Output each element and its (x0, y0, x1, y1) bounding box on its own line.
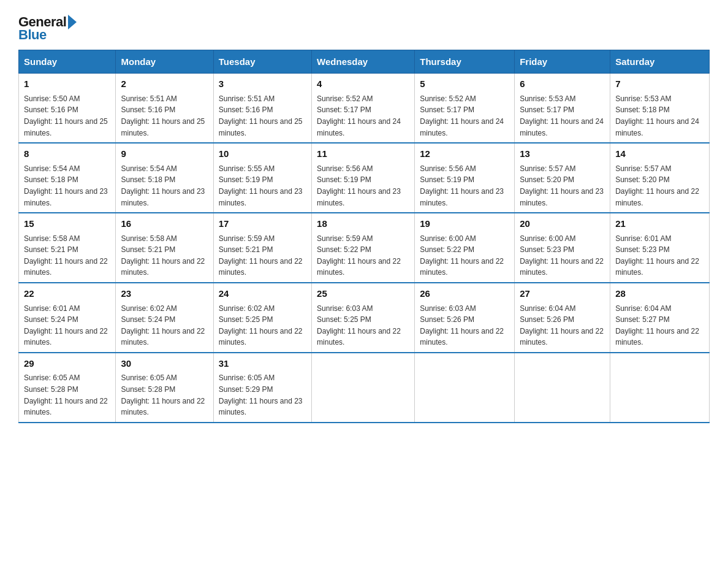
day-number: 4 (317, 77, 409, 91)
logo-blue-text: Blue (18, 27, 47, 42)
calendar-cell: 5Sunrise: 5:52 AMSunset: 5:17 PMDaylight… (415, 74, 515, 143)
day-number: 9 (121, 147, 208, 161)
day-number: 29 (24, 357, 110, 371)
calendar-cell: 4Sunrise: 5:52 AMSunset: 5:17 PMDaylight… (312, 74, 415, 143)
calendar-cell: 20Sunrise: 6:00 AMSunset: 5:23 PMDayligh… (515, 213, 610, 283)
day-info: Sunrise: 6:05 AMSunset: 5:29 PMDaylight:… (219, 372, 306, 418)
day-number: 11 (317, 147, 409, 161)
calendar-cell: 13Sunrise: 5:57 AMSunset: 5:20 PMDayligh… (515, 143, 610, 213)
calendar-table: SundayMondayTuesdayWednesdayThursdayFrid… (18, 50, 710, 423)
calendar-cell: 28Sunrise: 6:04 AMSunset: 5:27 PMDayligh… (610, 283, 710, 353)
calendar-cell: 9Sunrise: 5:54 AMSunset: 5:18 PMDaylight… (116, 143, 213, 213)
day-info: Sunrise: 5:51 AMSunset: 5:16 PMDaylight:… (219, 93, 306, 139)
calendar-cell: 15Sunrise: 5:58 AMSunset: 5:21 PMDayligh… (19, 213, 116, 283)
header-tuesday: Tuesday (213, 50, 311, 74)
day-info: Sunrise: 6:02 AMSunset: 5:25 PMDaylight:… (219, 303, 306, 348)
day-info: Sunrise: 6:02 AMSunset: 5:24 PMDaylight:… (121, 303, 208, 348)
day-info: Sunrise: 5:52 AMSunset: 5:17 PMDaylight:… (420, 93, 509, 139)
calendar-cell: 31Sunrise: 6:05 AMSunset: 5:29 PMDayligh… (213, 353, 311, 423)
calendar-cell: 1Sunrise: 5:50 AMSunset: 5:16 PMDaylight… (19, 74, 116, 143)
day-info: Sunrise: 6:01 AMSunset: 5:24 PMDaylight:… (24, 303, 110, 348)
day-info: Sunrise: 5:53 AMSunset: 5:18 PMDaylight:… (615, 93, 704, 139)
day-number: 3 (219, 77, 306, 91)
calendar-cell: 27Sunrise: 6:04 AMSunset: 5:26 PMDayligh… (515, 283, 610, 353)
day-number: 27 (520, 287, 605, 301)
day-info: Sunrise: 5:59 AMSunset: 5:21 PMDaylight:… (219, 233, 306, 278)
day-info: Sunrise: 5:54 AMSunset: 5:18 PMDaylight:… (121, 163, 208, 209)
logo: General Blue (18, 15, 78, 42)
day-number: 23 (121, 287, 208, 301)
day-info: Sunrise: 5:51 AMSunset: 5:16 PMDaylight:… (121, 93, 208, 139)
calendar-cell: 21Sunrise: 6:01 AMSunset: 5:23 PMDayligh… (610, 213, 710, 283)
calendar-cell: 18Sunrise: 5:59 AMSunset: 5:22 PMDayligh… (312, 213, 415, 283)
day-number: 13 (520, 147, 605, 161)
day-info: Sunrise: 5:53 AMSunset: 5:17 PMDaylight:… (520, 93, 605, 139)
day-number: 5 (420, 77, 509, 91)
calendar-cell: 26Sunrise: 6:03 AMSunset: 5:26 PMDayligh… (415, 283, 515, 353)
header-thursday: Thursday (415, 50, 515, 74)
calendar-cell: 10Sunrise: 5:55 AMSunset: 5:19 PMDayligh… (213, 143, 311, 213)
calendar-cell: 6Sunrise: 5:53 AMSunset: 5:17 PMDaylight… (515, 74, 610, 143)
calendar-cell: 7Sunrise: 5:53 AMSunset: 5:18 PMDaylight… (610, 74, 710, 143)
calendar-cell: 23Sunrise: 6:02 AMSunset: 5:24 PMDayligh… (116, 283, 213, 353)
day-number: 6 (520, 77, 605, 91)
day-number: 1 (24, 77, 110, 91)
day-number: 21 (615, 217, 704, 231)
calendar-cell: 16Sunrise: 5:58 AMSunset: 5:21 PMDayligh… (116, 213, 213, 283)
calendar-cell (415, 353, 515, 423)
calendar-cell: 29Sunrise: 6:05 AMSunset: 5:28 PMDayligh… (19, 353, 116, 423)
calendar-cell (515, 353, 610, 423)
day-info: Sunrise: 5:57 AMSunset: 5:20 PMDaylight:… (615, 163, 704, 209)
day-number: 19 (420, 217, 509, 231)
calendar-cell: 14Sunrise: 5:57 AMSunset: 5:20 PMDayligh… (610, 143, 710, 213)
calendar-cell: 11Sunrise: 5:56 AMSunset: 5:19 PMDayligh… (312, 143, 415, 213)
day-number: 18 (317, 217, 409, 231)
day-number: 2 (121, 77, 208, 91)
calendar-cell (610, 353, 710, 423)
day-number: 25 (317, 287, 409, 301)
calendar-cell: 30Sunrise: 6:05 AMSunset: 5:28 PMDayligh… (116, 353, 213, 423)
day-info: Sunrise: 6:04 AMSunset: 5:27 PMDaylight:… (615, 303, 704, 348)
day-info: Sunrise: 6:05 AMSunset: 5:28 PMDaylight:… (121, 372, 208, 418)
day-info: Sunrise: 6:05 AMSunset: 5:28 PMDaylight:… (24, 372, 110, 418)
header-sunday: Sunday (19, 50, 116, 74)
day-number: 14 (615, 147, 704, 161)
day-info: Sunrise: 5:56 AMSunset: 5:19 PMDaylight:… (420, 163, 509, 209)
day-number: 28 (615, 287, 704, 301)
calendar-cell: 8Sunrise: 5:54 AMSunset: 5:18 PMDaylight… (19, 143, 116, 213)
page-header: General Blue (18, 12, 710, 42)
day-info: Sunrise: 6:03 AMSunset: 5:25 PMDaylight:… (317, 303, 409, 348)
day-info: Sunrise: 5:54 AMSunset: 5:18 PMDaylight:… (24, 163, 110, 209)
calendar-cell: 25Sunrise: 6:03 AMSunset: 5:25 PMDayligh… (312, 283, 415, 353)
day-info: Sunrise: 6:01 AMSunset: 5:23 PMDaylight:… (615, 233, 704, 278)
day-number: 12 (420, 147, 509, 161)
day-info: Sunrise: 5:50 AMSunset: 5:16 PMDaylight:… (24, 93, 110, 139)
day-info: Sunrise: 5:59 AMSunset: 5:22 PMDaylight:… (317, 233, 409, 278)
day-info: Sunrise: 5:58 AMSunset: 5:21 PMDaylight:… (24, 233, 110, 278)
header-friday: Friday (515, 50, 610, 74)
calendar-cell: 19Sunrise: 6:00 AMSunset: 5:22 PMDayligh… (415, 213, 515, 283)
day-number: 24 (219, 287, 306, 301)
day-info: Sunrise: 5:56 AMSunset: 5:19 PMDaylight:… (317, 163, 409, 209)
day-number: 22 (24, 287, 110, 301)
calendar-cell: 3Sunrise: 5:51 AMSunset: 5:16 PMDaylight… (213, 74, 311, 143)
day-info: Sunrise: 6:00 AMSunset: 5:23 PMDaylight:… (520, 233, 605, 278)
day-info: Sunrise: 6:04 AMSunset: 5:26 PMDaylight:… (520, 303, 605, 348)
day-number: 26 (420, 287, 509, 301)
day-number: 10 (219, 147, 306, 161)
day-info: Sunrise: 5:57 AMSunset: 5:20 PMDaylight:… (520, 163, 605, 209)
day-number: 30 (121, 357, 208, 371)
calendar-cell: 12Sunrise: 5:56 AMSunset: 5:19 PMDayligh… (415, 143, 515, 213)
calendar-cell: 2Sunrise: 5:51 AMSunset: 5:16 PMDaylight… (116, 74, 213, 143)
day-number: 16 (121, 217, 208, 231)
calendar-cell (312, 353, 415, 423)
header-wednesday: Wednesday (312, 50, 415, 74)
day-info: Sunrise: 5:52 AMSunset: 5:17 PMDaylight:… (317, 93, 409, 139)
calendar-header: SundayMondayTuesdayWednesdayThursdayFrid… (19, 50, 710, 74)
day-number: 31 (219, 357, 306, 371)
day-info: Sunrise: 6:03 AMSunset: 5:26 PMDaylight:… (420, 303, 509, 348)
day-info: Sunrise: 5:58 AMSunset: 5:21 PMDaylight:… (121, 233, 208, 278)
header-saturday: Saturday (610, 50, 710, 74)
calendar-cell: 17Sunrise: 5:59 AMSunset: 5:21 PMDayligh… (213, 213, 311, 283)
calendar-cell: 22Sunrise: 6:01 AMSunset: 5:24 PMDayligh… (19, 283, 116, 353)
